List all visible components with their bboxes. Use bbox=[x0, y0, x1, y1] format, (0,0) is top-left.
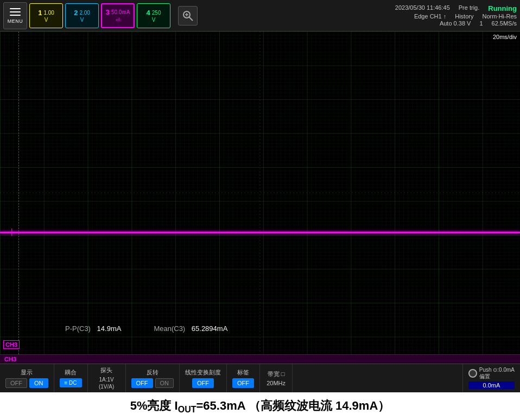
sample-rate: 62.5MS/s bbox=[492, 20, 517, 27]
caption-bar: 5%亮度 IOUT=65.3mA （高频纹波电流 14.9mA） bbox=[0, 392, 520, 420]
top-right-row2: Edge CH1 ↑ History Norm·Hi-Res bbox=[414, 13, 517, 20]
probe-label: 探头 bbox=[100, 366, 112, 374]
zoom-button[interactable] bbox=[178, 6, 198, 26]
coupling-label: 耦合 bbox=[65, 368, 77, 377]
ch2-scale: 2.00 bbox=[79, 10, 90, 16]
datetime-label: 2023/05/30 11:46:45 bbox=[395, 4, 450, 12]
caption-suffix: =65.3mA （高频纹波电流 14.9mA） bbox=[196, 399, 390, 412]
trigger-reference-line bbox=[18, 31, 19, 354]
invert-off-toggle[interactable]: OFF bbox=[131, 378, 153, 388]
toolbar-probe[interactable]: 探头 1A:1V(1V/A) bbox=[88, 364, 126, 392]
menu-button[interactable]: MENU bbox=[3, 2, 27, 29]
toolbar-invert[interactable]: 反转 OFF ON bbox=[126, 364, 180, 392]
channel-3-button[interactable]: 3 50.0mA ㎃ bbox=[101, 3, 135, 28]
trigger-level-marker: —| bbox=[3, 227, 13, 236]
probe-sublabel: 1A:1V(1V/A) bbox=[99, 376, 114, 390]
ch3-scale: 50.0mA bbox=[111, 9, 130, 15]
norm-hires-label: Norm·Hi-Res bbox=[482, 13, 517, 20]
push-label: Push ⊙:0.0mA bbox=[479, 367, 515, 373]
toolbar-push-offset[interactable]: Push ⊙:0.0mA 偏置 0.0mA bbox=[462, 364, 520, 392]
measurements-overlay: P-P(C3) 14.9mA Mean(C3) 65.2894mA bbox=[0, 324, 520, 333]
ch1-number: 1 bbox=[38, 9, 42, 17]
coupling-toggle-row: ≡ DC bbox=[60, 378, 82, 387]
meas-mean-label: Mean(C3) bbox=[154, 324, 185, 333]
menu-icon-line2 bbox=[10, 11, 21, 12]
ch2-number: 2 bbox=[74, 9, 78, 17]
measurement-pp: P-P(C3) 14.9mA bbox=[65, 324, 121, 333]
channel-1-button[interactable]: 1 1.00 V bbox=[29, 3, 63, 28]
push-text-col: Push ⊙:0.0mA 偏置 bbox=[479, 367, 515, 380]
meas-pp-label: P-P(C3) bbox=[65, 324, 91, 333]
push-row: Push ⊙:0.0mA 偏置 bbox=[468, 367, 515, 380]
toolbar-bandwidth[interactable]: 带宽 □ 20MHz bbox=[260, 364, 293, 392]
ch1-scale: 1.00 bbox=[43, 10, 54, 16]
ch3-number: 3 bbox=[106, 8, 110, 16]
bandwidth-label: 带宽 □ bbox=[268, 370, 285, 378]
bottom-toolbar: CH3 显示 OFF ON 耦合 ≡ DC 探头 1A:1V(1V bbox=[0, 354, 520, 392]
toolbar-items-row: 显示 OFF ON 耦合 ≡ DC 探头 1A:1V(1V/A) 反转 bbox=[0, 364, 520, 392]
scope-grid bbox=[0, 31, 520, 354]
ch2-unit: V bbox=[80, 17, 84, 23]
invert-on-toggle[interactable]: ON bbox=[155, 378, 174, 388]
label-off-toggle[interactable]: OFF bbox=[232, 378, 254, 388]
ch3-waveform bbox=[0, 232, 520, 233]
ch3-scope-label: CH3 bbox=[3, 340, 20, 349]
oscilloscope-display: MENU 1 1.00 V 2 2.00 V 3 50.0mA ㎃ bbox=[0, 0, 520, 420]
invert-toggle-row: OFF ON bbox=[131, 378, 174, 388]
menu-icon-line3 bbox=[10, 15, 21, 16]
linearscale-label: 线性变换刻度 bbox=[185, 368, 221, 377]
menu-icon-line1 bbox=[10, 8, 21, 9]
toolbar-coupling[interactable]: 耦合 ≡ DC bbox=[54, 364, 88, 392]
pretrig-label: Pre trig. bbox=[459, 4, 480, 12]
ch3-unit: ㎃ bbox=[116, 16, 121, 23]
auto-level: Auto 0.38 V bbox=[440, 20, 471, 27]
trigger-edge: Edge CH1 ↑ bbox=[414, 13, 446, 20]
push-value: 0.0mA bbox=[468, 381, 515, 389]
ch1-unit: V bbox=[45, 17, 48, 23]
running-status: Running bbox=[488, 4, 517, 12]
channel-4-button[interactable]: 4 250 V bbox=[137, 3, 170, 28]
channel-2-button[interactable]: 2 2.00 V bbox=[65, 3, 99, 28]
top-right-row1: 2023/05/30 11:46:45 Pre trig. Running bbox=[395, 4, 517, 12]
history-label: History bbox=[455, 13, 473, 20]
top-right-info: 2023/05/30 11:46:45 Pre trig. Running Ed… bbox=[395, 4, 517, 27]
toolbar-ch-label: CH3 bbox=[0, 355, 520, 364]
label-item-label: 标签 bbox=[237, 368, 249, 377]
ch4-unit: V bbox=[152, 17, 156, 23]
offset-knob-icon[interactable] bbox=[468, 369, 477, 378]
toolbar-linearscale[interactable]: 线性变换刻度 OFF bbox=[180, 364, 227, 392]
display-off-toggle[interactable]: OFF bbox=[5, 378, 27, 388]
label-toggle-row: OFF bbox=[232, 378, 254, 388]
measurement-mean: Mean(C3) 65.2894mA bbox=[154, 324, 227, 333]
display-on-toggle[interactable]: ON bbox=[29, 378, 48, 388]
invert-label: 反转 bbox=[147, 368, 158, 377]
top-bar: MENU 1 1.00 V 2 2.00 V 3 50.0mA ㎃ bbox=[0, 0, 520, 31]
zoom-icon bbox=[182, 10, 194, 22]
linearscale-off-toggle[interactable]: OFF bbox=[192, 378, 214, 388]
svg-line-1 bbox=[189, 17, 193, 21]
caption-text: 5%亮度 IOUT=65.3mA （高频纹波电流 14.9mA） bbox=[130, 398, 390, 415]
toolbar-display[interactable]: 显示 OFF ON bbox=[0, 364, 54, 392]
history-val: 1 bbox=[479, 20, 483, 27]
scope-timebase-label: 20ms/div bbox=[493, 34, 517, 40]
display-label: 显示 bbox=[21, 368, 33, 377]
toolbar-label-item[interactable]: 标签 OFF bbox=[227, 364, 260, 392]
caption-prefix: 5%亮度 I bbox=[130, 399, 178, 412]
ch4-number: 4 bbox=[147, 9, 150, 17]
scope-area: 20ms/div —| bbox=[0, 31, 520, 354]
push-sublabel: 偏置 bbox=[479, 373, 515, 380]
meas-mean-value: 65.2894mA bbox=[192, 324, 228, 333]
linearscale-toggle-row: OFF bbox=[192, 378, 214, 388]
meas-pp-value: 14.9mA bbox=[97, 324, 122, 333]
toolbar-ch-label-text: CH3 bbox=[4, 356, 16, 362]
caption-sub: OUT bbox=[178, 405, 196, 414]
display-toggle-row: OFF ON bbox=[5, 378, 48, 388]
menu-label: MENU bbox=[8, 18, 23, 24]
coupling-dc-toggle[interactable]: ≡ DC bbox=[60, 378, 82, 387]
bandwidth-value: 20MHz bbox=[267, 380, 286, 386]
top-right-row3: Auto 0.38 V 1 62.5MS/s bbox=[440, 20, 517, 27]
ch4-scale: 250 bbox=[152, 10, 161, 16]
